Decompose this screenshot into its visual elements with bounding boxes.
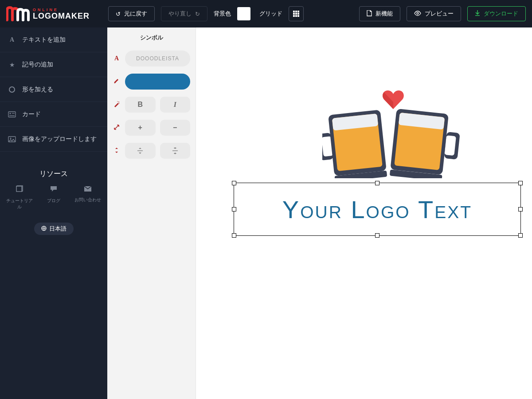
svg-rect-2 [297, 11, 299, 12]
svg-point-21 [119, 103, 119, 103]
svg-rect-13 [12, 113, 15, 113]
resize-handle[interactable] [232, 207, 236, 211]
bold-button[interactable]: B [125, 97, 156, 113]
whatsnew-label: 新機能 [376, 10, 393, 18]
svg-rect-1 [295, 11, 297, 12]
svg-rect-6 [293, 15, 295, 17]
circle-icon [8, 86, 16, 94]
undo-label: 元に戻す [124, 10, 147, 18]
language-label: 日本語 [49, 225, 66, 233]
preview-button[interactable]: プレビュー [407, 6, 461, 21]
svg-point-16 [10, 137, 12, 139]
resource-tutorial[interactable]: チュートリアル [6, 185, 33, 210]
svg-point-9 [417, 12, 419, 14]
download-label: ダウンロード [484, 10, 518, 18]
resize-handle[interactable] [232, 181, 236, 185]
redo-label: やり直し [168, 10, 192, 18]
logo-mark-icon [6, 6, 30, 22]
whatsnew-button[interactable]: 新機能 [359, 6, 400, 21]
svg-point-10 [9, 87, 15, 92]
svg-rect-4 [295, 13, 297, 15]
svg-rect-5 [297, 13, 299, 15]
sidebar-item-label: 形を加える [22, 86, 53, 94]
color-selector[interactable] [125, 74, 190, 90]
font-selector[interactable]: DOOODLEISTA [125, 51, 190, 66]
resources-title: リソース [0, 169, 107, 179]
size-plus-button[interactable]: + [125, 120, 156, 136]
card-icon [8, 110, 16, 118]
resource-contact[interactable]: お問い合わせ [74, 185, 101, 210]
beer-mugs-icon [322, 98, 464, 178]
svg-point-19 [118, 102, 119, 102]
resize-handle[interactable] [232, 233, 236, 238]
book-icon [16, 185, 23, 195]
resource-blog[interactable]: ブログ [47, 185, 60, 210]
resize-handle[interactable] [518, 207, 523, 211]
brand-big: LOGOMAKER [33, 12, 90, 20]
grid-icon [293, 11, 299, 17]
resources-section: リソース チュートリアル ブログ [0, 169, 107, 247]
grid-label: グリッド [259, 10, 282, 18]
svg-rect-0 [293, 11, 295, 12]
font-icon: A [113, 55, 121, 62]
svg-rect-14 [9, 115, 15, 116]
document-icon [367, 10, 372, 18]
svg-rect-8 [297, 15, 299, 17]
preview-label: プレビュー [425, 10, 454, 18]
redo-button[interactable]: やり直し ↻ [161, 6, 207, 21]
sidebar-item-add-symbol[interactable]: ★ 記号の追加 [0, 52, 107, 77]
sidebar-item-label: 記号の追加 [22, 61, 53, 69]
svg-rect-11 [8, 112, 16, 117]
speech-icon [50, 185, 58, 195]
tool-panel-title: シンボル [113, 34, 190, 42]
sidebar-item-upload-image[interactable]: 画像をアップロードします [0, 127, 107, 152]
resize-handle[interactable] [518, 233, 523, 238]
italic-button[interactable]: I [160, 97, 191, 113]
sidebar-item-add-shape[interactable]: 形を加える [0, 77, 107, 102]
svg-rect-3 [293, 13, 295, 15]
globe-icon [41, 226, 47, 232]
resource-label: ブログ [47, 198, 60, 204]
topbar: ONLINE LOGOMAKER ↺ 元に戻す やり直し ↻ 背景色 グリッド … [0, 0, 532, 27]
logo-text[interactable]: Your Logo Text [234, 183, 520, 235]
svg-rect-7 [295, 15, 297, 17]
svg-point-20 [117, 101, 117, 102]
sidebar-item-card[interactable]: カード [0, 102, 107, 127]
resize-icon [113, 124, 121, 132]
star-icon: ★ [8, 61, 16, 69]
text-selection-box[interactable]: Your Logo Text [234, 183, 521, 236]
download-button[interactable]: ダウンロード [467, 6, 526, 21]
language-selector[interactable]: 日本語 [34, 223, 74, 235]
text-icon: A [8, 36, 16, 44]
sidebar-item-label: カード [22, 110, 41, 118]
wand-icon [113, 101, 121, 109]
bgcolor-swatch[interactable] [237, 7, 250, 20]
resource-label: チュートリアル [6, 198, 33, 210]
svg-point-12 [10, 113, 11, 114]
image-icon [8, 135, 16, 143]
tool-panel: シンボル A DOOODLEISTA B I + [107, 27, 196, 399]
undo-icon: ↺ [116, 11, 121, 17]
app-logo: ONLINE LOGOMAKER [6, 6, 90, 22]
resource-label: お問い合わせ [74, 197, 101, 203]
sidebar-item-label: テキストを追加 [22, 36, 66, 44]
resize-handle[interactable] [518, 181, 523, 185]
bgcolor-label: 背景色 [214, 10, 231, 18]
sidebar-item-label: 画像をアップロードします [22, 135, 97, 143]
logo-artwork[interactable] [260, 90, 526, 178]
resize-handle[interactable] [375, 233, 379, 238]
spacing-tight-button[interactable] [125, 143, 156, 159]
size-minus-button[interactable]: − [160, 120, 191, 136]
spacing-icon [113, 147, 121, 155]
sidebar-item-add-text[interactable]: A テキストを追加 [0, 27, 107, 52]
sidebar: A テキストを追加 ★ 記号の追加 形を加える カード 画像をアップロードします [0, 27, 107, 399]
canvas[interactable]: Your Logo Text 重複 前に持っていく 後ろに持っていく 消す [196, 27, 532, 399]
mail-icon [84, 185, 92, 194]
brush-icon [113, 78, 121, 86]
spacing-loose-button[interactable] [160, 143, 191, 159]
undo-button[interactable]: ↺ 元に戻す [108, 6, 155, 21]
resize-handle[interactable] [375, 181, 379, 185]
grid-toggle-button[interactable] [289, 6, 304, 21]
download-icon [475, 10, 480, 18]
svg-rect-31 [444, 135, 456, 156]
